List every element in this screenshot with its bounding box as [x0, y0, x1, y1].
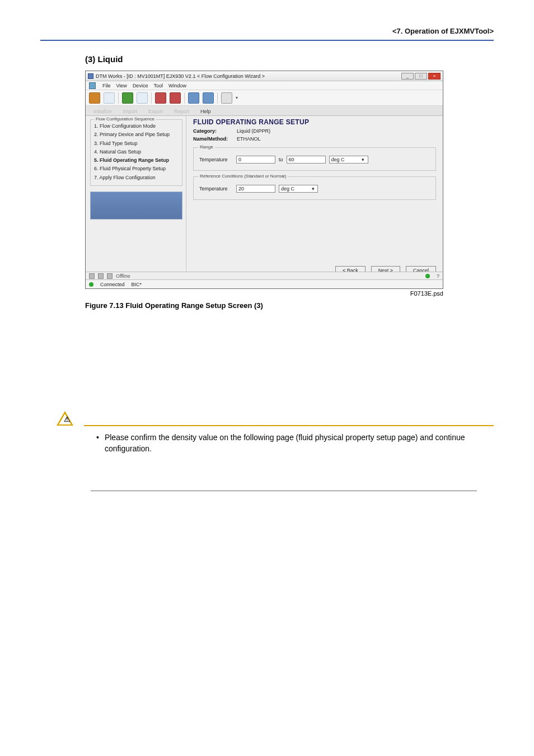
ref-temp-unit-value: deg C [281, 186, 294, 192]
sequence-legend: Flow Configuration Sequence [94, 116, 156, 122]
tool-icon-1[interactable] [89, 92, 100, 104]
range-legend: Range [198, 144, 215, 150]
chevron-down-icon: ▾ [360, 157, 366, 162]
status-icon-1 [89, 273, 95, 279]
note-text: • Please confirm the density value on th… [96, 432, 477, 455]
note-body: Please confirm the density value on the … [105, 432, 477, 455]
screenshot-wrap: DTM Works - [ID : MV1001MT] EJX930 V2.1 … [85, 71, 443, 310]
seq-step-2[interactable]: 2. Primary Device and Pipe Setup [93, 130, 180, 139]
tool-icon-6[interactable] [170, 92, 181, 104]
window-titlebar: DTM Works - [ID : MV1001MT] EJX930 V2.1 … [86, 71, 443, 81]
seq-step-3[interactable]: 3. Fluid Type Setup [93, 139, 180, 148]
sequence-frame: Flow Configuration Sequence 1. Flow Conf… [90, 119, 182, 186]
caution-rule [84, 425, 494, 426]
seq-step-5[interactable]: 5. Fluid Operating Range Setup [93, 156, 180, 165]
seq-step-6[interactable]: 6. Fluid Physical Property Setup [93, 165, 180, 173]
page-header: <7. Operation of EJXMVTool> [40, 27, 494, 38]
range-temp-to-input[interactable]: 60 [287, 156, 326, 164]
ref-temp-unit-select[interactable]: deg C ▾ [279, 185, 318, 193]
window-body: Flow Configuration Sequence 1. Flow Conf… [86, 116, 443, 279]
bullet-icon: • [96, 432, 99, 455]
window-controls: _ □ × [401, 73, 441, 80]
sidebar-illustration [90, 192, 182, 220]
app-icon [88, 73, 93, 79]
seq-step-4[interactable]: 4. Natural Gas Setup [93, 148, 180, 156]
seq-step-1[interactable]: 1. Flow Configuration Mode [93, 122, 180, 130]
tab-import[interactable]: Import [119, 108, 142, 115]
app-window: DTM Works - [ID : MV1001MT] EJX930 V2.1 … [85, 71, 443, 289]
header-rule [40, 40, 494, 41]
status-bar: Offline ? Connected BIC* [86, 279, 443, 288]
status-icon-3 [107, 273, 113, 279]
main-panel: FLUID OPERATING RANGE SETUP Category: Li… [186, 116, 443, 279]
category-value: Liquid (DIPPR) [237, 128, 270, 134]
tab-strip: Initialize Import Export Report Help [86, 106, 443, 116]
menubar-icon [89, 82, 96, 89]
name-method-value: ETHANOL [237, 136, 261, 142]
close-button[interactable]: × [428, 73, 441, 80]
tool-icon-3[interactable] [122, 92, 133, 104]
status-led-icon [425, 274, 430, 278]
note-block: ⚠ • Please confirm the density value on … [40, 410, 494, 491]
caution-header: ⚠ [40, 410, 494, 426]
range-temp-from-value: 0 [238, 157, 241, 162]
tab-report[interactable]: Report [170, 108, 194, 115]
offline-label: Offline [116, 273, 130, 279]
menu-device[interactable]: Device [133, 83, 148, 88]
menu-file[interactable]: File [102, 83, 111, 88]
toolbar-separator-4 [217, 92, 218, 104]
tool-dropdown-caret[interactable]: ▾ [236, 95, 238, 100]
status-help-icon[interactable]: ? [437, 273, 439, 279]
window-title: DTM Works - [ID : MV1001MT] EJX930 V2.1 … [96, 73, 399, 79]
tab-initialize[interactable]: Initialize [89, 108, 116, 115]
category-label: Category: [193, 128, 232, 134]
tool-icon-7[interactable] [188, 92, 199, 104]
reference-group: Reference Conditions (Standard or Normal… [193, 176, 436, 200]
menu-tool[interactable]: Tool [153, 83, 163, 88]
range-temp-from-input[interactable]: 0 [236, 156, 275, 164]
range-to-label: to [279, 157, 283, 162]
toolbar-separator [118, 92, 119, 104]
tool-icon-4[interactable] [137, 92, 148, 104]
ref-temp-input[interactable]: 20 [236, 185, 275, 193]
tab-export[interactable]: Export [144, 108, 167, 115]
offline-bar: Offline ? [86, 272, 443, 279]
status-extra: BIC* [132, 282, 142, 287]
toolbar: ▾ [86, 90, 443, 106]
status-icon-2 [98, 273, 104, 279]
range-temp-label: Temperature [199, 157, 233, 162]
seq-step-7[interactable]: 7. Apply Flow Configuration [93, 174, 180, 182]
tool-icon-2[interactable] [104, 92, 115, 104]
sidebar: Flow Configuration Sequence 1. Flow Conf… [86, 116, 186, 279]
chevron-down-icon-2: ▾ [310, 186, 316, 192]
connected-led-icon [89, 282, 93, 287]
range-temp-unit-select[interactable]: deg C ▾ [329, 156, 368, 164]
tool-print-icon[interactable] [221, 92, 232, 104]
maximize-button[interactable]: □ [415, 73, 427, 80]
panel-title: FLUID OPERATING RANGE SETUP [193, 118, 436, 126]
range-temp-unit-value: deg C [331, 157, 345, 162]
toolbar-separator-3 [184, 92, 185, 104]
range-group: Range Temperature 0 to 60 deg C ▾ [193, 147, 436, 171]
name-method-label: Name/Method: [193, 136, 232, 142]
range-temp-to-value: 60 [289, 157, 294, 162]
figure-filename: F0713E.psd [85, 290, 443, 297]
toolbar-separator-2 [151, 92, 152, 104]
menu-view[interactable]: View [116, 83, 127, 88]
tool-icon-5[interactable] [155, 92, 166, 104]
menubar: File View Device Tool Window [86, 81, 443, 90]
caution-icon: ⚠ [56, 410, 74, 426]
minimize-button[interactable]: _ [401, 73, 414, 80]
ref-temp-label: Temperature [199, 186, 233, 192]
menu-window[interactable]: Window [168, 83, 186, 88]
reference-legend: Reference Conditions (Standard or Normal… [198, 174, 288, 179]
ref-temp-value: 20 [238, 186, 244, 192]
tool-icon-8[interactable] [203, 92, 214, 104]
section-heading: (3) Liquid [85, 54, 494, 64]
connected-label: Connected [100, 282, 125, 287]
tab-help[interactable]: Help [196, 108, 216, 115]
header-chapter: <7. Operation of EJXMVTool> [392, 27, 494, 35]
note-bottom-rule [91, 491, 477, 491]
figure-caption: Figure 7.13 Fluid Operating Range Setup … [85, 301, 443, 310]
